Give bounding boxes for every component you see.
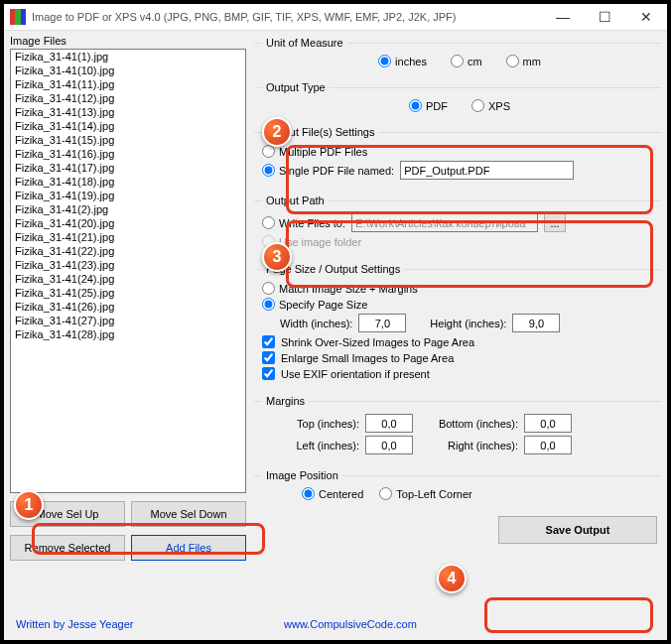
list-item[interactable]: Fizika_31-41(16).jpg [11, 147, 245, 161]
unit-inches-radio[interactable]: inches [378, 55, 427, 67]
list-item[interactable]: Fizika_31-41(17).jpg [11, 161, 245, 175]
margin-left-input[interactable] [365, 436, 413, 454]
image-files-listbox[interactable]: Fizika_31-41(1).jpgFizika_31-41(10).jpgF… [10, 49, 246, 493]
output-path-input[interactable] [351, 213, 538, 232]
list-item[interactable]: Fizika_31-41(10).jpg [11, 64, 245, 77]
output-file-settings-group: Output File(s) Settings Multiple PDF Fil… [254, 126, 661, 187]
browse-path-button[interactable]: ... [544, 213, 566, 232]
unit-cm-radio[interactable]: cm [451, 55, 482, 67]
margin-top-label: Top (inches): [280, 418, 359, 430]
website-credit[interactable]: www.CompulsiveCode.com [284, 618, 417, 630]
list-item[interactable]: Fizika_31-41(15).jpg [11, 133, 245, 147]
height-input[interactable] [512, 314, 560, 332]
output-type-legend: Output Type [262, 81, 330, 93]
unit-mm-radio[interactable]: mm [506, 55, 541, 67]
move-sel-up-button[interactable]: Move Sel Up [10, 501, 125, 527]
output-type-group: Output Type PDF XPS [254, 81, 661, 118]
list-item[interactable]: Fizika_31-41(24).jpg [11, 272, 245, 286]
author-credit[interactable]: Written by Jesse Yeager [16, 618, 133, 630]
list-item[interactable]: Fizika_31-41(18).jpg [11, 175, 245, 189]
output-file-legend: Output File(s) Settings [262, 126, 378, 138]
list-item[interactable]: Fizika_31-41(28).jpg [11, 327, 245, 341]
close-button[interactable]: ✕ [625, 4, 667, 30]
list-item[interactable]: Fizika_31-41(1).jpg [11, 50, 245, 64]
save-output-button[interactable]: Save Output [498, 516, 657, 544]
list-item[interactable]: Fizika_31-41(2).jpg [11, 202, 245, 216]
match-image-size-radio[interactable]: Match Image Size + Margins [262, 282, 418, 295]
margins-legend: Margins [262, 395, 309, 407]
shrink-checkbox[interactable] [262, 335, 275, 348]
position-centered-radio[interactable]: Centered [302, 487, 363, 500]
list-item[interactable]: Fizika_31-41(21).jpg [11, 230, 245, 244]
width-label: Width (inches): [280, 318, 352, 329]
output-xps-radio[interactable]: XPS [471, 99, 510, 112]
list-item[interactable]: Fizika_31-41(20).jpg [11, 216, 245, 230]
image-position-legend: Image Position [262, 469, 342, 481]
single-pdf-radio[interactable]: Single PDF File named: [262, 164, 394, 177]
margin-right-label: Right (inches): [419, 440, 518, 451]
margin-right-input[interactable] [524, 436, 572, 454]
enlarge-checkbox[interactable] [262, 351, 275, 364]
width-input[interactable] [358, 314, 406, 332]
move-sel-down-button[interactable]: Move Sel Down [131, 501, 246, 527]
output-path-legend: Output Path [262, 194, 329, 206]
margin-bottom-input[interactable] [524, 414, 572, 433]
page-size-group: Page Size / Output Settings Match Image … [254, 263, 661, 387]
unit-legend: Unit of Measure [262, 37, 347, 49]
list-item[interactable]: Fizika_31-41(14).jpg [11, 119, 245, 133]
window-title: Image to PDF or XPS v4.0 (JPG, PNG, BMP,… [32, 11, 542, 23]
output-filename-input[interactable] [400, 161, 574, 180]
list-item[interactable]: Fizika_31-41(25).jpg [11, 286, 245, 300]
list-item[interactable]: Fizika_31-41(27).jpg [11, 314, 245, 327]
minimize-button[interactable]: — [542, 4, 584, 30]
margin-top-input[interactable] [365, 414, 413, 433]
maximize-button[interactable]: ☐ [584, 4, 625, 30]
add-files-button[interactable]: Add Files [131, 535, 246, 561]
titlebar: Image to PDF or XPS v4.0 (JPG, PNG, BMP,… [4, 4, 667, 31]
margin-left-label: Left (inches): [280, 440, 359, 451]
app-icon [10, 9, 26, 25]
use-image-folder-radio: Use image folder [262, 235, 361, 248]
output-pdf-radio[interactable]: PDF [409, 99, 448, 112]
output-path-group: Output Path Write Files to: ... Use imag… [254, 194, 661, 255]
height-label: Height (inches): [430, 318, 506, 329]
list-item[interactable]: Fizika_31-41(12).jpg [11, 91, 245, 105]
remove-selected-button[interactable]: Remove Selected [10, 535, 125, 561]
list-item[interactable]: Fizika_31-41(11).jpg [11, 77, 245, 91]
specify-page-size-radio[interactable]: Specify Page Size [262, 298, 367, 311]
image-position-group: Image Position Centered Top-Left Corner [254, 469, 661, 506]
list-item[interactable]: Fizika_31-41(13).jpg [11, 105, 245, 119]
position-topleft-radio[interactable]: Top-Left Corner [379, 487, 471, 500]
list-item[interactable]: Fizika_31-41(22).jpg [11, 244, 245, 258]
write-files-to-radio[interactable]: Write Files to: [262, 216, 345, 229]
list-item[interactable]: Fizika_31-41(26).jpg [11, 300, 245, 314]
margins-group: Margins Top (inches): Bottom (inches): L… [254, 395, 661, 461]
page-size-legend: Page Size / Output Settings [262, 263, 404, 275]
image-files-label: Image Files [10, 35, 246, 47]
margin-bottom-label: Bottom (inches): [419, 418, 518, 430]
list-item[interactable]: Fizika_31-41(23).jpg [11, 258, 245, 272]
multiple-pdf-radio[interactable]: Multiple PDF Files [262, 145, 367, 158]
unit-of-measure-group: Unit of Measure inches cm mm [254, 37, 661, 73]
exif-checkbox[interactable] [262, 367, 275, 380]
list-item[interactable]: Fizika_31-41(19).jpg [11, 189, 245, 202]
